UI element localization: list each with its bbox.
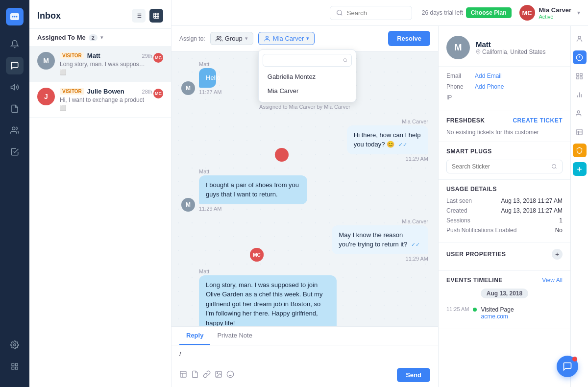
nav-checklist-icon[interactable] [6, 143, 24, 161]
conv-agent-avatar: MC [153, 53, 163, 63]
created-value: Aug 13, 2018 11:27 AM [501, 207, 563, 214]
phone-label: Phone [446, 83, 471, 90]
icon-rail [0, 0, 29, 387]
svg-point-34 [478, 50, 479, 52]
conv-body: VISITOR Julie Bowen 28th Aug Hi, I want … [60, 88, 163, 111]
sticker-search-icon [551, 164, 557, 169]
visitor-badge: VISITOR [60, 88, 84, 95]
sidebar-controls [132, 9, 163, 23]
location-text: California, United States [482, 48, 545, 55]
svg-point-6 [14, 344, 16, 346]
svg-rect-8 [15, 363, 18, 366]
group-chevron-icon: ▾ [245, 35, 248, 42]
float-chat-button[interactable] [557, 356, 578, 377]
nav-campaigns-icon[interactable] [6, 78, 24, 96]
dropdown-search-icon [343, 57, 347, 63]
chart-strip-icon[interactable] [573, 88, 587, 101]
svg-point-30 [217, 373, 218, 374]
message-avatar: M [181, 198, 195, 212]
message-row: Mia Carver Hi there, how can I help you … [181, 119, 428, 162]
message-col: Matt Long story, man. I was supposed to … [199, 268, 428, 327]
dropdown-item-gabriella[interactable]: Gabriella Montez [263, 70, 352, 84]
message-sender: Matt [199, 169, 379, 174]
private-note-tab[interactable]: Private Note [210, 327, 259, 345]
shield-strip-icon[interactable] [573, 144, 587, 157]
svg-line-36 [555, 168, 556, 169]
contact-strip-icon[interactable] [573, 32, 587, 46]
attach-icon[interactable] [179, 370, 187, 380]
svg-point-18 [337, 10, 342, 15]
resolve-button[interactable]: Resolve [388, 31, 430, 46]
event-dot [473, 308, 477, 312]
conversation-list: M VISITOR Matt 29th Aug Long story, man.… [29, 46, 171, 387]
svg-point-5 [12, 127, 15, 130]
agent-assign-container: Mia Carver ▾ Gabriella Montez [258, 32, 315, 45]
user-info[interactable]: MC Mia Carver Active ▾ [519, 5, 580, 21]
assign-agent-button[interactable]: Mia Carver ▾ [258, 32, 315, 45]
conv-top: VISITOR Matt 29th Aug [60, 52, 163, 59]
add-property-button[interactable]: + [552, 249, 563, 260]
dropdown-search-input[interactable] [267, 57, 341, 64]
table-strip-icon[interactable] [573, 125, 587, 139]
nav-inbox-icon[interactable] [6, 57, 24, 74]
conv-avatar: J [37, 88, 55, 105]
person-strip-icon[interactable] [573, 106, 587, 120]
email-label: Email [446, 73, 471, 79]
conversation-item[interactable]: J VISITOR Julie Bowen 28th Aug Hi, I wan… [29, 82, 171, 118]
message-sender: Matt [199, 61, 227, 67]
reply-tabs: Reply Private Note [172, 327, 438, 345]
sidebar-title: Inbox [37, 11, 61, 21]
grid-strip-icon[interactable] [573, 69, 587, 83]
usage-title: USAGE DETAILS [446, 186, 563, 193]
search-input[interactable] [347, 9, 406, 17]
add-email-link[interactable]: Add Email [475, 73, 502, 79]
emoji-icon[interactable] [226, 370, 234, 380]
message-sender: Mia Carver [402, 218, 428, 224]
contact-details: Matt California, United States [476, 40, 545, 55]
plus-strip-icon[interactable] [573, 162, 587, 176]
svg-text:MC: MC [253, 252, 261, 258]
filter-button[interactable] [149, 9, 163, 23]
add-phone-link[interactable]: Add Phone [475, 83, 504, 90]
event-date-badge: Aug 13, 2018 [481, 289, 528, 298]
nav-reports-icon[interactable] [6, 100, 24, 118]
created-label: Created [446, 207, 467, 214]
sticker-search [446, 160, 563, 173]
user-avatar: MC [519, 5, 535, 21]
conv-preview: Long story, man. I was supposed to j... [60, 61, 148, 68]
image-icon[interactable] [215, 370, 222, 380]
smart-plugs-section: SMART PLUGS [439, 142, 570, 180]
conv-device-icon: ⬜ [60, 69, 163, 75]
assigned-chevron-icon: ▾ [100, 34, 103, 41]
nav-contacts-icon[interactable] [6, 121, 24, 139]
event-link[interactable]: acme.com [481, 313, 514, 320]
nav-notifications-icon[interactable] [6, 35, 24, 53]
view-all-link[interactable]: View All [542, 277, 563, 284]
dropdown-item-mia[interactable]: Mia Carver [263, 84, 352, 98]
reply-editor[interactable]: / [172, 345, 438, 365]
read-tick: ✓✓ [398, 142, 407, 147]
nav-grid-icon[interactable] [6, 358, 24, 375]
assign-group-button[interactable]: Group ▾ [210, 32, 253, 45]
sort-button[interactable] [132, 9, 146, 23]
events-title: EVENTS TIMELINE [446, 277, 503, 284]
svg-rect-26 [180, 371, 186, 377]
sticker-search-input[interactable] [452, 163, 548, 170]
svg-rect-44 [577, 76, 579, 78]
assign-label: Assign to: [179, 35, 205, 42]
file-icon[interactable] [191, 370, 199, 380]
link-icon[interactable] [203, 370, 211, 380]
message-bubble: Hello [199, 68, 216, 88]
nav-settings-icon[interactable] [6, 336, 24, 354]
send-button[interactable]: Send [397, 368, 430, 382]
create-ticket-link[interactable]: Create Ticket [513, 117, 563, 124]
info-strip-icon[interactable] [573, 50, 587, 64]
conversation-item[interactable]: M VISITOR Matt 29th Aug Long story, man.… [29, 46, 171, 82]
reply-tab[interactable]: Reply [179, 327, 210, 345]
conversations-sidebar: Inbox Assign [29, 0, 172, 387]
right-panel: M Matt California, United States [438, 26, 570, 387]
svg-point-3 [16, 16, 18, 18]
float-chat-icon [563, 362, 572, 371]
reply-box: Reply Private Note / [172, 326, 438, 387]
choose-plan-button[interactable]: Choose Plan [466, 7, 512, 18]
